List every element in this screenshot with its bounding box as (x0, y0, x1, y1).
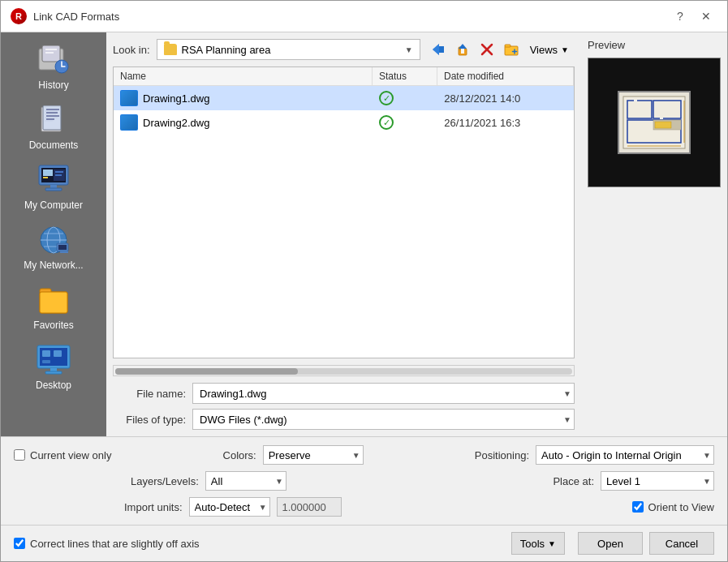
svg-marker-45 (433, 44, 439, 55)
positioning-select[interactable]: Auto - Origin to Internal Origin Auto - … (536, 445, 714, 465)
import-units-select-wrapper: Auto-Detect Feet Inches Meters Millimete… (189, 497, 270, 517)
bottom-bar-right: Tools ▼ Open Cancel (511, 532, 714, 555)
layers-label: Layers/Levels: (131, 475, 199, 487)
back-button[interactable] (427, 39, 450, 60)
svg-rect-65 (123, 125, 133, 127)
file-name-2: Drawing2.dwg (143, 117, 209, 129)
back-icon (431, 42, 446, 57)
layers-select-wrapper: All Visible Selected ▼ (205, 471, 286, 491)
sidebar-label-documents: Documents (29, 139, 79, 151)
svg-rect-32 (60, 251, 68, 253)
file-row[interactable]: Drawing1.dwg ✓ 28/12/2021 14:0 (114, 86, 574, 110)
title-bar-left: R Link CAD Formats (11, 8, 119, 24)
positioning-select-wrapper: Auto - Origin to Internal Origin Auto - … (536, 445, 714, 465)
cad-preview-svg (619, 92, 689, 152)
file-name-input-wrapper: ▼ (192, 383, 575, 404)
status-ok-icon: ✓ (379, 91, 394, 105)
look-in-bar: Look in: RSA Planning area ▼ (113, 39, 575, 60)
svg-rect-52 (505, 46, 518, 55)
files-of-type-select[interactable]: DWG Files (*.dwg) (192, 409, 575, 430)
import-units-select[interactable]: Auto-Detect Feet Inches Meters Millimete… (189, 497, 270, 517)
positioning-group: Positioning: Auto - Origin to Internal O… (475, 445, 714, 465)
file-name-input[interactable] (192, 383, 575, 404)
action-buttons: Open Cancel (578, 532, 714, 555)
dwg-file-icon (120, 114, 138, 131)
options-row-2: Layers/Levels: All Visible Selected ▼ Pl… (14, 471, 714, 491)
bottom-options: Current view only Colors: Preserve Black… (1, 436, 727, 525)
views-arrow-icon: ▼ (561, 45, 569, 54)
svg-rect-53 (505, 45, 510, 47)
svg-marker-48 (459, 44, 467, 49)
col-header-status[interactable]: Status (373, 67, 437, 85)
new-folder-button[interactable] (500, 39, 523, 60)
positioning-label: Positioning: (475, 449, 529, 461)
cancel-button[interactable]: Cancel (649, 532, 714, 555)
tools-button[interactable]: Tools ▼ (511, 532, 565, 555)
current-view-only-wrapper: Current view only (14, 449, 111, 461)
orient-to-view-checkbox[interactable] (632, 501, 644, 513)
sidebar-item-favorites[interactable]: Favorites (9, 279, 98, 336)
file-status-1: ✓ (373, 89, 437, 107)
desktop-icon (34, 344, 73, 376)
sidebar-item-mycomputer[interactable]: My Computer (9, 159, 98, 216)
dropdown-arrow-icon: ▼ (405, 45, 413, 54)
sidebar-label-mycomputer: My Computer (24, 199, 83, 211)
svg-rect-15 (43, 105, 61, 130)
file-status-2: ✓ (373, 114, 437, 131)
col-header-date[interactable]: Date modified (437, 67, 574, 85)
svg-rect-23 (50, 185, 57, 188)
sidebar-item-desktop[interactable]: Desktop (9, 339, 98, 396)
import-units-label: Import units: (124, 501, 183, 513)
colors-select[interactable]: Preserve Black and White Invert (263, 445, 364, 465)
dwg-icon-graphic (121, 91, 137, 105)
sidebar: History (1, 32, 106, 436)
colors-select-wrapper: Preserve Black and White Invert ▼ (263, 445, 364, 465)
svg-rect-63 (123, 118, 135, 120)
place-at-select[interactable]: Level 1 Level 2 (601, 471, 714, 491)
layers-select[interactable]: All Visible Selected (205, 471, 286, 491)
import-units-multiplier[interactable] (277, 497, 342, 517)
svg-rect-21 (55, 171, 63, 173)
file-row-name: Drawing1.dwg (114, 88, 373, 108)
up-button[interactable] (451, 39, 474, 60)
sidebar-item-mynetwork[interactable]: My Network... (9, 219, 98, 276)
file-date-1: 28/12/2021 14:0 (437, 91, 574, 106)
file-name-1: Drawing1.dwg (143, 92, 209, 105)
sidebar-item-documents[interactable]: Documents (9, 99, 98, 156)
svg-rect-40 (42, 360, 50, 363)
file-name-row: File name: ▼ (113, 383, 575, 404)
close-button[interactable]: ✕ (695, 7, 717, 25)
documents-icon (34, 104, 73, 136)
layers-group: Layers/Levels: All Visible Selected ▼ (131, 471, 286, 491)
svg-rect-31 (58, 245, 67, 250)
import-units-group: Import units: Auto-Detect Feet Inches Me… (124, 497, 342, 517)
tools-button-wrapper: Tools ▼ (511, 532, 565, 555)
horizontal-scrollbar[interactable] (113, 365, 575, 376)
current-folder-text: RSA Planning area (182, 44, 400, 56)
open-button[interactable]: Open (578, 532, 643, 555)
current-view-only-checkbox[interactable] (14, 449, 25, 461)
look-in-dropdown[interactable]: RSA Planning area ▼ (157, 39, 420, 60)
sidebar-item-history[interactable]: History (9, 39, 98, 96)
correct-lines-checkbox[interactable] (14, 538, 25, 549)
place-at-select-wrapper: Level 1 Level 2 ▼ (601, 471, 714, 491)
svg-rect-58 (123, 94, 135, 96)
help-button[interactable]: ? (669, 7, 691, 25)
preview-panel: Preview (581, 32, 727, 436)
svg-rect-35 (40, 292, 67, 313)
delete-button[interactable] (476, 39, 498, 60)
new-folder-icon (504, 42, 519, 57)
file-row-name: Drawing2.dwg (114, 113, 373, 132)
svg-rect-49 (461, 49, 464, 54)
svg-rect-59 (123, 97, 131, 99)
svg-rect-2 (45, 49, 57, 50)
dwg-icon-graphic-2 (121, 115, 137, 130)
correct-lines-wrapper: Correct lines that are slightly off axis (14, 538, 200, 550)
files-of-type-select-wrapper: DWG Files (*.dwg) ▼ (192, 409, 575, 430)
title-bar: R Link CAD Formats ? ✕ (1, 1, 727, 32)
favorites-icon (34, 284, 73, 316)
file-row[interactable]: Drawing2.dwg ✓ 26/11/2021 16:3 (114, 110, 574, 135)
col-header-name[interactable]: Name (114, 67, 373, 85)
views-button[interactable]: Views ▼ (524, 39, 575, 60)
svg-rect-41 (50, 368, 57, 371)
